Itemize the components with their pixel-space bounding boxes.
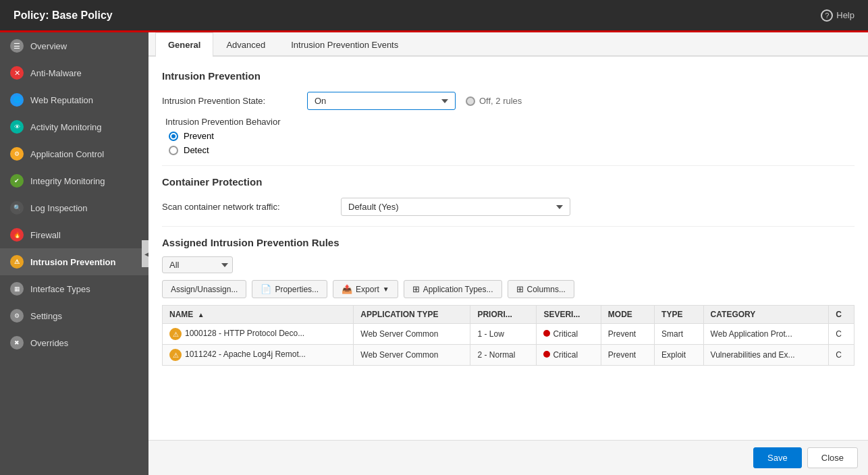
behavior-label: Intrusion Prevention Behavior [165, 117, 855, 127]
page-title: Policy: Base Policy [13, 9, 113, 22]
table-header-row: NAME ▲ APPLICATION TYPE PRIORI... SEVERI… [163, 306, 855, 324]
application-types-label: Application Types... [423, 285, 493, 294]
export-button[interactable]: 📤 Export ▼ [333, 280, 398, 298]
footer: Save Close [148, 440, 868, 475]
col-extra[interactable]: C [829, 306, 855, 324]
cell-mode-1: Prevent [601, 324, 654, 345]
help-button[interactable]: ? Help [821, 9, 855, 22]
help-circle-icon: ? [821, 9, 833, 22]
assigned-rules-title: Assigned Intrusion Prevention Rules [162, 237, 855, 248]
col-category[interactable]: CATEGORY [703, 306, 829, 324]
radio-dot-off-icon [466, 96, 475, 106]
columns-button[interactable]: ⊞ Columns... [508, 280, 574, 298]
radio-prevent-label: Prevent [184, 131, 214, 141]
interface-types-icon: ▦ [10, 282, 24, 296]
save-button[interactable]: Save [753, 447, 802, 468]
col-mode[interactable]: MODE [601, 306, 654, 324]
sidebar-item-integrity-monitoring[interactable]: ✔ Integrity Monitoring [0, 167, 148, 194]
col-type[interactable]: TYPE [655, 306, 704, 324]
close-button[interactable]: Close [807, 447, 858, 468]
log-inspection-icon: 🔍 [10, 201, 24, 215]
cell-priority-1: 1 - Low [470, 324, 537, 345]
filter-dropdown[interactable]: All Assigned Unassigned [162, 256, 233, 273]
state-label: Intrusion Prevention State: [162, 96, 297, 106]
cell-name-1: ⚠1000128 - HTTP Protocol Deco... [163, 324, 354, 345]
sidebar-item-log-inspection[interactable]: 🔍 Log Inspection [0, 194, 148, 221]
sidebar-collapse-button[interactable]: ◀ [142, 240, 148, 267]
sidebar-item-activity-monitoring[interactable]: 👁 Activity Monitoring [0, 113, 148, 140]
help-label: Help [836, 10, 855, 20]
radio-detect-label: Detect [184, 145, 209, 155]
application-types-button[interactable]: ⊞ Application Types... [404, 280, 502, 298]
sidebar: ☰ Overview ✕ Anti-Malware 🌐 Web Reputati… [0, 32, 148, 475]
cell-extra-1: C [829, 324, 855, 345]
table-row: ⚠1011242 - Apache Log4j Remot... Web Ser… [163, 345, 855, 366]
sidebar-item-overview[interactable]: ☰ Overview [0, 32, 148, 59]
sidebar-label-web-reputation: Web Reputation [30, 95, 93, 105]
assign-label: Assign/Unassign... [171, 285, 238, 294]
sidebar-label-log-inspection: Log Inspection [30, 203, 88, 213]
radio-detect[interactable]: Detect [169, 145, 855, 155]
sidebar-item-application-control[interactable]: ⚙ Application Control [0, 140, 148, 167]
sidebar-label-activity-monitoring: Activity Monitoring [30, 122, 101, 132]
export-icon: 📤 [342, 284, 352, 294]
sidebar-label-interface-types: Interface Types [30, 284, 90, 294]
col-priority[interactable]: PRIORI... [470, 306, 537, 324]
cell-app-type-1: Web Server Common [354, 324, 470, 345]
sidebar-label-anti-malware: Anti-Malware [30, 68, 82, 78]
sidebar-label-firewall: Firewall [30, 230, 61, 240]
sidebar-label-application-control: Application Control [30, 149, 104, 159]
col-severity[interactable]: SEVERI... [537, 306, 601, 324]
sidebar-item-firewall[interactable]: 🔥 Firewall [0, 221, 148, 248]
cell-category-2: Vulnerabilities and Ex... [703, 345, 829, 366]
filter-row: All Assigned Unassigned [162, 256, 855, 273]
tab-general[interactable]: General [155, 32, 213, 57]
container-protection-title: Container Protection [162, 176, 855, 188]
container-scan-row: Scan container network traffic: Default … [162, 198, 855, 216]
main-layout: ☰ Overview ✕ Anti-Malware 🌐 Web Reputati… [0, 32, 868, 475]
container-protection-section: Container Protection Scan container netw… [162, 176, 855, 216]
sidebar-label-overrides: Overrides [30, 338, 68, 348]
columns-label: Columns... [527, 285, 566, 294]
assigned-rules-section: Assigned Intrusion Prevention Rules All … [162, 237, 855, 366]
rules-table: NAME ▲ APPLICATION TYPE PRIORI... SEVERI… [162, 305, 855, 366]
sidebar-item-anti-malware[interactable]: ✕ Anti-Malware [0, 59, 148, 86]
cell-type-2: Exploit [655, 345, 704, 366]
tab-advanced[interactable]: Advanced [213, 32, 278, 57]
assign-unassign-button[interactable]: Assign/Unassign... [162, 280, 246, 298]
col-application-type[interactable]: APPLICATION TYPE [354, 306, 470, 324]
sidebar-label-settings: Settings [30, 311, 62, 321]
sidebar-item-web-reputation[interactable]: 🌐 Web Reputation [0, 86, 148, 113]
application-control-icon: ⚙ [10, 147, 24, 161]
cell-category-1: Web Application Prot... [703, 324, 829, 345]
intrusion-prevention-section: Intrusion Prevention Intrusion Preventio… [162, 70, 855, 155]
col-name[interactable]: NAME ▲ [163, 306, 354, 324]
scan-label: Scan container network traffic: [162, 202, 331, 212]
state-dropdown[interactable]: OnOffInherited [307, 92, 456, 110]
sidebar-label-overview: Overview [30, 41, 67, 51]
properties-button[interactable]: 📄 Properties... [252, 280, 327, 298]
content-area: General Advanced Intrusion Prevention Ev… [148, 32, 868, 475]
action-buttons-row: Assign/Unassign... 📄 Properties... 📤 Exp… [162, 280, 855, 298]
sidebar-item-overrides[interactable]: ✖ Overrides [0, 329, 148, 356]
behavior-radio-group: Prevent Detect [169, 131, 855, 155]
cell-name-2: ⚠1011242 - Apache Log4j Remot... [163, 345, 354, 366]
sidebar-item-interface-types[interactable]: ▦ Interface Types [0, 275, 148, 302]
content-scroll: Intrusion Prevention Intrusion Preventio… [148, 57, 868, 440]
close-label: Close [821, 453, 844, 463]
cell-type-1: Smart [655, 324, 704, 345]
tabs-bar: General Advanced Intrusion Prevention Ev… [148, 32, 868, 57]
row-icon-2: ⚠ [169, 349, 182, 361]
cell-extra-2: C [829, 345, 855, 366]
sidebar-item-intrusion-prevention[interactable]: ⚠ Intrusion Prevention [0, 248, 148, 275]
overrides-icon: ✖ [10, 336, 24, 350]
application-types-icon: ⊞ [412, 284, 420, 294]
scan-dropdown[interactable]: Default (Yes)YesNo [341, 198, 570, 216]
integrity-monitoring-icon: ✔ [10, 174, 24, 188]
radio-prevent[interactable]: Prevent [169, 131, 855, 141]
anti-malware-icon: ✕ [10, 66, 24, 80]
title-bold: Base Policy [52, 9, 113, 21]
state-off-text: Off, 2 rules [479, 96, 522, 106]
sidebar-item-settings[interactable]: ⚙ Settings [0, 302, 148, 329]
tab-intrusion-prevention-events[interactable]: Intrusion Prevention Events [278, 32, 411, 57]
